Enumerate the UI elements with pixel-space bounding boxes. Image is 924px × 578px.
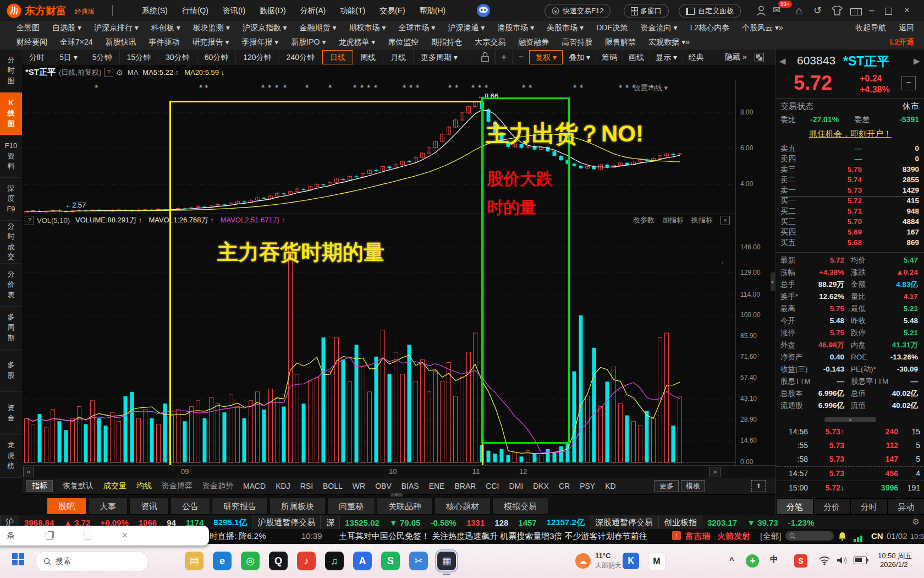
nav-item[interactable]: 研究报告 ▾ bbox=[193, 37, 229, 47]
tray-expand-icon[interactable]: ^ bbox=[729, 555, 734, 565]
period-tab[interactable]: 周线 bbox=[353, 50, 383, 64]
market-segment[interactable]: 深股通暂停交易 bbox=[590, 515, 658, 530]
indicator-item[interactable]: CR bbox=[559, 482, 570, 490]
tiktok-icon[interactable]: ♫ bbox=[325, 552, 344, 570]
open-account-link[interactable]: 抓住机会，即刻开户！ bbox=[809, 129, 892, 138]
weather-desc[interactable]: 大部阴天 bbox=[595, 561, 622, 570]
video-app-icon[interactable]: A bbox=[353, 552, 372, 570]
market-segment[interactable]: 1331 bbox=[461, 518, 490, 527]
content-tab[interactable]: 问董秘 bbox=[327, 498, 375, 515]
menu-item[interactable]: 资讯(I) bbox=[223, 0, 245, 21]
nav-item[interactable]: 沪深港通 ▾ bbox=[448, 23, 485, 33]
indicator-item[interactable]: OBV bbox=[375, 482, 392, 490]
sidebar-view-tab[interactable]: 分 价 表 bbox=[0, 264, 22, 307]
nav-item[interactable]: 新股IPO ▾ bbox=[291, 37, 326, 47]
nav-item[interactable]: 全球7×24 bbox=[60, 37, 93, 47]
home-icon[interactable]: ⌂ bbox=[796, 0, 802, 21]
market-segment[interactable]: -1.23% bbox=[783, 518, 820, 527]
menu-item[interactable]: 功能(T) bbox=[340, 0, 365, 21]
period-tab[interactable]: 5分钟 bbox=[85, 50, 120, 64]
speaker-icon[interactable] bbox=[836, 555, 848, 565]
sidebar-view-tab[interactable]: 资 金 bbox=[0, 392, 22, 435]
indicator-item[interactable]: 成交量 bbox=[103, 481, 127, 491]
ime-mode-indicator[interactable]: 中 bbox=[770, 554, 778, 565]
chart-tool-button[interactable]: 显示 ▾ bbox=[650, 50, 683, 64]
assistant-robot-icon[interactable] bbox=[476, 3, 491, 18]
period-tab[interactable]: 月线 bbox=[383, 50, 414, 64]
live-label[interactable]: 小时直播: 降6.2% bbox=[201, 531, 266, 542]
undo-icon[interactable]: ↺ bbox=[813, 0, 822, 21]
quote-tab[interactable]: 分价 bbox=[813, 498, 851, 515]
help-icon[interactable]: ? bbox=[25, 216, 34, 225]
content-tab[interactable]: 所属板块 bbox=[270, 498, 326, 515]
s-app-icon[interactable]: S bbox=[381, 552, 400, 570]
quote-tab[interactable]: 分时 bbox=[850, 498, 888, 515]
indicator-item[interactable]: RSI bbox=[300, 482, 313, 490]
nav-item[interactable]: 全球市场 ▾ bbox=[398, 23, 435, 33]
nav-item[interactable]: 个股风云 ▾» bbox=[742, 23, 783, 33]
quote-tab[interactable]: 异动 bbox=[888, 498, 924, 515]
start-button[interactable] bbox=[12, 553, 24, 565]
chart-tool-button[interactable]: 筹码 bbox=[596, 50, 623, 64]
menu-item[interactable]: 系统(S) bbox=[142, 0, 168, 21]
nav-item[interactable]: 期权市场 ▾ bbox=[349, 23, 386, 33]
market-segment[interactable]: 12157.2亿 bbox=[542, 517, 590, 528]
change-params-button[interactable]: 改参数 bbox=[633, 215, 654, 225]
help-icon[interactable]: ? bbox=[104, 68, 113, 77]
market-segment[interactable]: ▼ 39.73 bbox=[742, 518, 783, 527]
nav-item[interactable]: 美股市场 ▾ bbox=[547, 23, 584, 33]
market-segment[interactable]: 创业板指 bbox=[658, 515, 702, 530]
indicator-item[interactable]: KD bbox=[605, 482, 615, 490]
market-bar-gear-icon[interactable]: ⚙ bbox=[912, 517, 920, 527]
sidebar-view-tab[interactable]: K 线 图 bbox=[0, 92, 22, 135]
nav-item[interactable]: 事件驱动 bbox=[149, 37, 180, 47]
tray-s-app-icon[interactable]: S bbox=[794, 554, 807, 568]
nav-item[interactable]: L2核心内参 bbox=[690, 23, 730, 33]
tray-green-app-icon[interactable]: ✚ bbox=[746, 554, 759, 568]
close-indicator-icon[interactable]: × bbox=[721, 216, 730, 225]
folder-icon[interactable]: ▤ bbox=[185, 552, 204, 570]
music-app-icon[interactable]: ♪ bbox=[297, 552, 316, 570]
period-tab[interactable]: 120分钟 bbox=[236, 50, 279, 64]
market-segment[interactable]: 128 bbox=[490, 518, 513, 527]
sidebar-view-tab[interactable]: 龙 虎 榜 bbox=[0, 435, 22, 478]
skin-theme-icon[interactable] bbox=[832, 6, 843, 15]
custom-panel-button[interactable]: 自定义面板 bbox=[679, 4, 741, 18]
axis-collapse-icon[interactable]: ‹ bbox=[722, 259, 724, 265]
indicator-item[interactable]: ENE bbox=[429, 482, 445, 490]
indicator-item[interactable]: DMI bbox=[509, 482, 523, 490]
sidebar-view-tab[interactable]: 分 时 成 交 bbox=[0, 221, 22, 264]
indicator-item[interactable]: MACD bbox=[243, 482, 266, 490]
indicator-item[interactable]: KDJ bbox=[276, 482, 290, 490]
copy-icon[interactable] bbox=[46, 532, 53, 540]
panel-collapse-handle[interactable]: ▸ bbox=[771, 272, 775, 291]
collapse-quote-icon[interactable]: − bbox=[901, 76, 916, 90]
content-tab[interactable]: 研究报告 bbox=[212, 498, 268, 515]
minimize-button[interactable]: – bbox=[869, 0, 874, 21]
template-button[interactable]: 模板 bbox=[681, 480, 705, 492]
chart-canvas[interactable]: ✳✳✳✳✳✳✳✳✳✳✳✳✳✳✳✳✳✳✳✳✳✳✳✳✳✳✳✳✳←8.66←2.57 … bbox=[22, 80, 776, 465]
taskbar-search-input[interactable]: 搜索 bbox=[35, 551, 148, 572]
nav-item[interactable]: DDE决策 bbox=[596, 23, 628, 33]
nav-item[interactable]: 大宗交易 bbox=[475, 37, 505, 47]
menu-item[interactable]: 帮助(H) bbox=[420, 0, 446, 21]
content-tab[interactable]: 股吧 bbox=[47, 498, 86, 515]
tick-list[interactable]: 14:56 5.73↑ 240 15 :55 5.73 112 5 :58 5.… bbox=[776, 425, 924, 495]
taskbar-clock-date[interactable]: 2026/1/2 bbox=[880, 560, 908, 569]
content-tab[interactable]: 关联品种 bbox=[377, 498, 433, 515]
indicator-item[interactable]: 均线 bbox=[136, 481, 152, 491]
scroll-left-icon[interactable]: « bbox=[23, 467, 34, 477]
photo-viewer-icon[interactable]: ▦ bbox=[437, 552, 456, 570]
nav-item[interactable]: 龙虎榜单 ▾ bbox=[338, 37, 375, 47]
close-icon[interactable]: × bbox=[122, 530, 128, 541]
scroll-right-icon[interactable]: » bbox=[710, 467, 721, 477]
tray-k-app-icon[interactable]: K bbox=[623, 553, 639, 569]
nav-item[interactable]: 沪深京指数 ▾ bbox=[243, 23, 287, 33]
weather-temp[interactable]: 11°C bbox=[595, 552, 610, 560]
menu-item[interactable]: 行情(Q) bbox=[182, 0, 208, 21]
qq-icon[interactable]: Q bbox=[269, 552, 288, 570]
market-segment[interactable]: 1457 bbox=[513, 518, 541, 527]
user-icon[interactable] bbox=[756, 5, 767, 16]
menu-item[interactable]: 分析(A) bbox=[300, 0, 326, 21]
nav-item[interactable]: 宏观数据 ▾» bbox=[648, 37, 690, 47]
